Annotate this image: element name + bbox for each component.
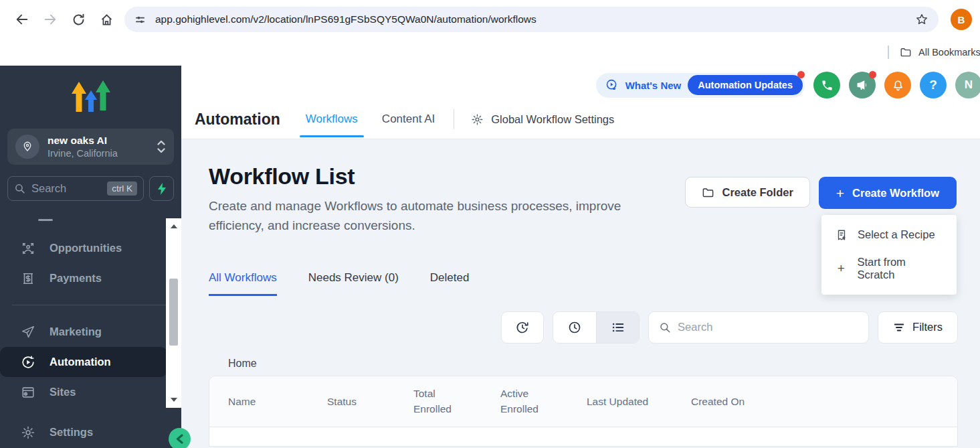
sidebar-item-sites[interactable]: Sites <box>0 377 181 407</box>
workflow-list-content: Workflow List Create and manage Workflow… <box>181 139 980 448</box>
home-icon[interactable] <box>92 5 120 33</box>
megaphone-icon <box>856 78 869 92</box>
column-header-last-updated: Last Updated <box>587 394 691 409</box>
menu-item-label: Start from Scratch <box>857 256 943 281</box>
back-icon[interactable] <box>8 5 36 33</box>
whats-new-pill[interactable]: What's New Automation Updates <box>596 73 805 98</box>
announcements-button[interactable] <box>849 72 876 98</box>
scrollbar-down-arrow[interactable] <box>166 393 181 406</box>
folder-icon <box>900 46 912 58</box>
menu-item-select-recipe[interactable]: Select a Recipe <box>821 221 957 248</box>
sites-icon <box>21 385 35 400</box>
reload-icon[interactable] <box>64 5 92 33</box>
breadcrumb[interactable]: Home <box>209 358 958 370</box>
tab-content-ai[interactable]: Content AI <box>382 111 435 127</box>
whats-new-icon <box>605 78 619 92</box>
tab-needs-review[interactable]: Needs Review (0) <box>308 271 399 296</box>
sidebar-search-input[interactable]: Search ctrl K <box>7 176 144 201</box>
create-folder-button[interactable]: Create Folder <box>685 177 809 208</box>
sidebar-item-settings[interactable]: Settings <box>0 417 181 448</box>
bolt-icon <box>157 183 167 195</box>
keyboard-shortcut-badge: ctrl K <box>107 181 137 196</box>
payments-icon <box>21 271 35 286</box>
chevron-updown-icon <box>157 139 166 154</box>
bookmarks-divider <box>888 46 889 59</box>
column-header-name: Name <box>209 394 327 409</box>
app-window: new oaks AI Irvine, California Search ct… <box>0 66 980 448</box>
column-header-created-on: Created On <box>691 394 957 409</box>
global-workflow-settings-link[interactable]: Global Workflow Settings <box>471 113 614 126</box>
tab-workflows[interactable]: Workflows <box>306 111 358 127</box>
avatar-initial: N <box>965 78 973 92</box>
sidebar: new oaks AI Irvine, California Search ct… <box>0 66 181 448</box>
global-workflow-settings-label: Global Workflow Settings <box>491 113 614 126</box>
sidebar-scrollbar[interactable] <box>166 218 181 408</box>
bookmarks-bar: All Bookmarks <box>0 39 980 66</box>
time-view-button[interactable] <box>553 312 596 343</box>
location-pin-icon <box>15 135 39 159</box>
page-header: What's New Automation Updates ? <box>181 66 980 139</box>
forward-icon[interactable] <box>36 5 64 33</box>
bookmark-star-icon[interactable] <box>910 8 933 31</box>
sidebar-item-marketing[interactable]: Marketing <box>0 317 181 347</box>
plus-icon: + <box>835 261 847 276</box>
workflow-list-description: Create and manage Workflows to automate … <box>209 196 677 236</box>
automation-updates-badge[interactable]: Automation Updates <box>688 75 803 95</box>
screen: app.gohighlevel.com/v2/location/lnPS691g… <box>0 0 980 448</box>
clock-icon <box>567 320 582 335</box>
opportunities-icon <box>21 241 35 256</box>
search-icon <box>14 183 25 194</box>
gear-icon <box>21 425 35 440</box>
bell-icon <box>892 79 904 92</box>
notification-dot <box>797 71 805 78</box>
sidebar-item-automation[interactable]: Automation <box>0 347 167 377</box>
automation-icon <box>21 355 35 370</box>
list-view-button[interactable] <box>596 312 639 343</box>
workflow-search-input[interactable] <box>678 321 858 333</box>
sidebar-item-opportunities[interactable]: Opportunities <box>0 233 181 263</box>
folder-icon <box>702 186 714 199</box>
help-label: ? <box>929 78 937 92</box>
page-title: Automation <box>195 110 280 129</box>
browser-profile-avatar[interactable]: B <box>951 9 972 30</box>
filter-icon <box>893 322 905 333</box>
scrollbar-up-arrow[interactable] <box>166 220 181 233</box>
scrollbar-thumb[interactable] <box>169 279 178 346</box>
view-toggle-group <box>553 311 640 344</box>
notifications-button[interactable] <box>884 72 911 98</box>
column-header-active-enrolled: Active Enrolled <box>500 386 547 417</box>
gohighlevel-logo-icon <box>0 66 181 117</box>
sidebar-item-label: Sites <box>50 386 76 398</box>
user-avatar[interactable]: N <box>955 72 980 98</box>
browser-toolbar: app.gohighlevel.com/v2/location/lnPS691g… <box>0 0 980 39</box>
quick-actions-button[interactable] <box>149 176 174 201</box>
menu-item-start-from-scratch[interactable]: + Start from Scratch <box>821 248 957 289</box>
tab-all-workflows[interactable]: All Workflows <box>209 271 277 296</box>
table-header-row: Name Status Total Enrolled Active Enroll… <box>209 376 957 427</box>
account-switcher[interactable]: new oaks AI Irvine, California <box>7 129 174 165</box>
column-header-total-enrolled: Total Enrolled <box>413 386 460 417</box>
recipe-icon <box>835 229 848 241</box>
tab-deleted[interactable]: Deleted <box>430 271 470 296</box>
plus-icon: + <box>836 186 844 200</box>
whats-new-label: What's New <box>625 80 682 91</box>
workflow-search-field[interactable] <box>648 311 869 344</box>
sidebar-item-label: Opportunities <box>50 242 122 254</box>
create-workflow-button[interactable]: + Create Workflow <box>819 177 957 209</box>
phone-icon <box>821 79 834 92</box>
sidebar-collapse-button[interactable] <box>169 428 191 448</box>
gear-icon <box>471 113 484 126</box>
sidebar-nav: Opportunities Payments Marketing <box>0 219 181 407</box>
url-bar[interactable]: app.gohighlevel.com/v2/location/lnPS691g… <box>124 7 939 32</box>
main-area: What's New Automation Updates ? <box>181 66 980 448</box>
marketing-icon <box>21 325 35 340</box>
filters-button[interactable]: Filters <box>878 311 958 344</box>
history-button[interactable] <box>501 311 544 344</box>
sidebar-item-label: Automation <box>50 356 111 368</box>
help-button[interactable]: ? <box>920 72 947 98</box>
site-settings-icon[interactable] <box>130 9 150 29</box>
phone-button[interactable] <box>813 72 840 98</box>
sidebar-item-payments[interactable]: Payments <box>0 263 181 293</box>
all-bookmarks-label[interactable]: All Bookmarks <box>918 47 980 58</box>
create-workflow-dropdown: Select a Recipe + Start from Scratch <box>821 215 957 295</box>
